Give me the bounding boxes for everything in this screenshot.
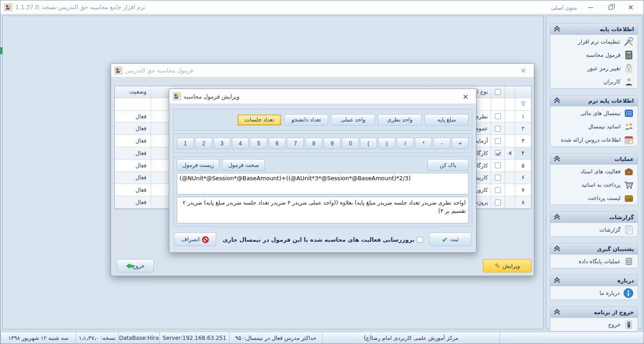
pencil-icon: ✎ [494, 262, 500, 269]
sidebar-section-term-info: اطلاعات پایه ترم نیمسال های مالی اساتید … [550, 95, 638, 147]
formula-input[interactable]: (@NUnit*@Session*@BaseAmount)+((@AUnit*3… [177, 173, 469, 194]
var-session-count-button[interactable]: تعداد جلسات [237, 114, 281, 126]
submit-button[interactable]: ✔ ثبت [429, 233, 471, 246]
sidebar-item-semester-professors[interactable]: اساتید نیمسال [550, 120, 638, 133]
green-check-icon: ✔ [442, 236, 448, 243]
close-button[interactable]: × [621, 0, 641, 14]
report-document-icon [624, 225, 634, 235]
close-icon[interactable]: × [459, 92, 472, 101]
row-checkbox[interactable] [495, 162, 501, 168]
sidebar-section-base-info: اطلاعات پایه تنظیمات نرم افزار فرمول محا… [550, 23, 638, 89]
sidebar-item-settings[interactable]: تنظیمات نرم افزار [550, 35, 638, 48]
sidebar-item-exit[interactable]: خروج [550, 318, 638, 331]
sidebar-item-label: اطلاعات دروس ارائه شده [561, 137, 621, 143]
collapse-chevron-icon[interactable] [554, 214, 560, 221]
var-theoretical-unit-button[interactable]: واحد نظری [378, 114, 422, 126]
operator-button[interactable]: - [433, 138, 450, 149]
status-version: نسخه: ۱٫۱٫۳۷٫۰ [76, 332, 118, 344]
collapse-chevron-icon[interactable] [554, 26, 560, 33]
lock-icon [624, 63, 634, 73]
operator-button[interactable]: / [397, 138, 414, 149]
collapse-chevron-icon[interactable] [554, 98, 560, 104]
restore-button[interactable] [600, 0, 621, 14]
digit-button[interactable]: 4 [232, 138, 249, 149]
sidebar-main-menu: منوی اصلی اطلاعات پایه تنظیمات نرم افزار… [546, 16, 642, 329]
sidebar-item-label: پرداخت به اساتید [581, 182, 621, 188]
operator-button[interactable]: ( [360, 138, 377, 149]
update-activities-checkbox[interactable] [417, 237, 423, 243]
dialog-exit-button[interactable]: خروج [117, 259, 154, 272]
row-checkbox[interactable] [495, 187, 501, 193]
collapse-chevron-icon[interactable] [554, 277, 560, 284]
row-checkbox[interactable] [495, 138, 501, 144]
section-header-backup[interactable]: پشتیبان گیری [550, 244, 638, 255]
row-checkbox[interactable] [495, 126, 501, 132]
cancel-button[interactable]: انصراف [174, 233, 216, 246]
sidebar-item-professor-activities[interactable]: فعالیت های استاد [550, 165, 638, 178]
sidebar-item-payment-list[interactable]: لیست پرداخت [550, 191, 638, 205]
section-header-reports[interactable]: گزارشات [550, 212, 638, 223]
section-header-base-info[interactable]: اطلاعات پایه [550, 24, 638, 35]
section-header-term-info[interactable]: اطلاعات پایه ترم [550, 95, 638, 106]
digit-button[interactable]: 6 [269, 138, 286, 149]
var-practical-unit-button[interactable]: واحد عملی [331, 114, 375, 126]
formula-panel: پاک کن صحت فرمول ریست فرمول (@NUnit*@Ses… [173, 156, 472, 227]
sidebar-item-change-password[interactable]: تغییر رمز عبور [550, 61, 638, 75]
section-header-operations[interactable]: عملیات [550, 154, 638, 165]
sidebar-item-formula[interactable]: فرمول محاسبه [550, 48, 638, 61]
section-header-about[interactable]: درباره [550, 275, 638, 286]
sidebar-item-financial-semesters[interactable]: نیمسال های مالی [550, 106, 638, 120]
operator-button[interactable]: + [452, 138, 469, 149]
digit-button[interactable]: 9 [324, 138, 341, 149]
sidebar-item-pay-professors[interactable]: پرداخت به اساتید [550, 178, 638, 191]
var-student-count-button[interactable]: تعداد دانشجو [284, 114, 328, 126]
edit-dialog-footer: ✔ ثبت بروزرسانی فعالیت های محاسبه شده با… [174, 233, 471, 246]
sidebar-section-exit: خروج از برنامه خروج [550, 306, 638, 332]
update-activities-label: بروزرسانی فعالیت های محاسبه شده با این ف… [223, 236, 414, 243]
sidebar-item-users[interactable]: کاربران [550, 75, 638, 88]
status-column-header[interactable]: وضعیت [115, 86, 151, 98]
digit-button[interactable]: 2 [195, 138, 212, 149]
collapse-chevron-icon[interactable] [554, 246, 560, 252]
row-checkbox[interactable] [495, 200, 501, 205]
operator-button[interactable]: ) [378, 138, 395, 149]
collapse-chevron-icon[interactable] [554, 156, 560, 162]
digit-button[interactable]: 8 [305, 138, 322, 149]
header-checkbox[interactable] [495, 89, 501, 95]
operator-button[interactable]: * [415, 138, 432, 149]
section-header-exit[interactable]: خروج از برنامه [550, 307, 638, 318]
dialog-edit-button[interactable]: ✎ ویرایش [483, 259, 532, 272]
sidebar-item-about-us[interactable]: درباره ما [550, 286, 638, 300]
operator-buttons: ( ) / * - + [360, 138, 469, 149]
dialog-icon [115, 67, 122, 74]
clear-button[interactable]: پاک کن [427, 159, 469, 171]
variable-buttons-panel: مبلغ پایه واحد نظری واحد عملی تعداد دانش… [173, 109, 472, 131]
sidebar-item-label: لیست پرداخت [588, 195, 621, 201]
row-checkbox[interactable] [495, 113, 501, 119]
status-center-name: مرکز آموزش علمی کاربردی امام رضا(ع) [323, 332, 500, 344]
close-icon[interactable]: × [517, 66, 530, 75]
validate-formula-button[interactable]: صحت فرمول [222, 159, 265, 171]
digit-button[interactable]: 0 [342, 138, 359, 149]
sidebar-item-database-operations[interactable]: عملیات پایگاه داده [550, 255, 638, 268]
collapse-chevron-icon[interactable] [554, 309, 560, 316]
sidebar-item-offered-courses[interactable]: اطلاعات دروس ارائه شده [550, 133, 638, 146]
main-menu-group-label: منوی اصلی [549, 5, 579, 11]
row-checkbox[interactable] [495, 175, 501, 181]
row-checkbox[interactable] [495, 150, 501, 156]
update-activities-option: بروزرسانی فعالیت های محاسبه شده با این ف… [223, 236, 423, 243]
numpad-panel: 1 2 3 4 5 6 7 8 9 0 ( ) / * - + [173, 133, 472, 153]
digit-button[interactable]: 7 [287, 138, 304, 149]
sidebar-section-reports: گزارشات گزارشات [550, 211, 638, 237]
digit-button[interactable]: 3 [213, 138, 230, 149]
reset-formula-button[interactable]: ریست فرمول [177, 159, 219, 171]
database-icon [624, 256, 634, 266]
minimize-button[interactable] [580, 0, 600, 14]
var-base-amount-button[interactable]: مبلغ پایه [425, 114, 469, 126]
digit-button[interactable]: 5 [250, 138, 267, 149]
status-server: Server:192.168.63.251 [160, 332, 230, 344]
sidebar-item-reports[interactable]: گزارشات [550, 223, 638, 236]
formula-description-input[interactable]: (واحد نظری ضربدر تعداد جلسه ضربدر مبلغ پ… [177, 197, 469, 223]
status-filter-cell[interactable] [115, 98, 151, 110]
digit-button[interactable]: 1 [177, 138, 194, 149]
